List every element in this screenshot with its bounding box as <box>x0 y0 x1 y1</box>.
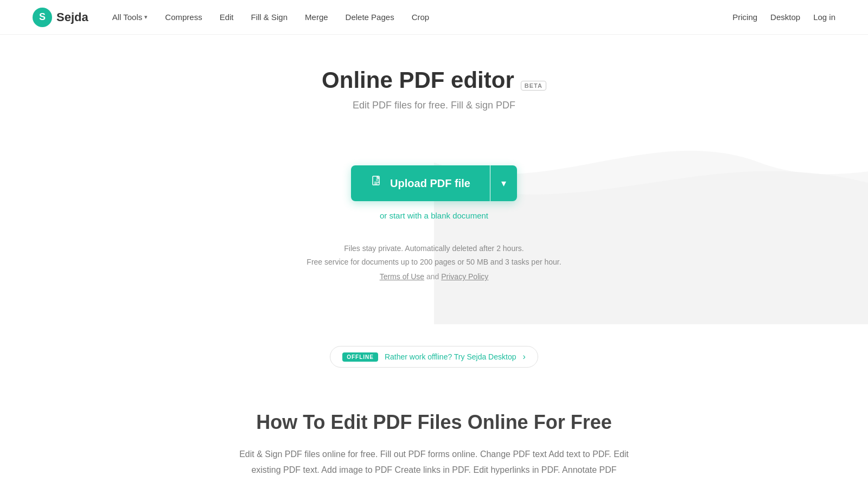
hero-section: Online PDF editor BETA Edit PDF files fo… <box>0 35 868 111</box>
nav-merge[interactable]: Merge <box>298 9 335 25</box>
header: S Sejda All Tools ▾ Compress Edit Fill &… <box>0 0 868 35</box>
wave-content: Upload PDF file ▾ or start with a blank … <box>11 165 857 281</box>
nav-login[interactable]: Log in <box>813 12 835 22</box>
chevron-down-icon: ▾ <box>144 14 148 21</box>
nav-compress[interactable]: Compress <box>158 9 208 25</box>
blank-document-link[interactable]: or start with a blank document <box>11 211 857 220</box>
hero-subtitle: Edit PDF files for free. Fill & sign PDF <box>11 100 857 111</box>
main-nav: All Tools ▾ Compress Edit Fill & Sign Me… <box>106 9 436 25</box>
nav-edit[interactable]: Edit <box>213 9 240 25</box>
hero-title-wrap: Online PDF editor BETA <box>322 67 546 93</box>
info-text: Files stay private. Automatically delete… <box>11 242 857 269</box>
nav-pricing[interactable]: Pricing <box>732 12 757 22</box>
chevron-down-icon: ▾ <box>501 177 506 189</box>
nav-all-tools[interactable]: All Tools ▾ <box>106 9 155 25</box>
offline-section: OFFLINE Rather work offline? Try Sejda D… <box>0 324 868 378</box>
upload-section: Upload PDF file ▾ or start with a blank … <box>0 122 868 324</box>
nav-desktop[interactable]: Desktop <box>770 12 800 22</box>
nav-right: Pricing Desktop Log in <box>732 12 835 22</box>
chevron-right-icon: › <box>522 352 525 362</box>
beta-badge: BETA <box>521 81 546 91</box>
offline-text: Rather work offline? Try Sejda Desktop <box>385 352 516 361</box>
upload-dropdown-button[interactable]: ▾ <box>490 165 517 201</box>
howto-title: How To Edit PDF Files Online For Free <box>108 411 760 434</box>
service-info: Free service for documents up to 200 pag… <box>11 255 857 269</box>
policy-links: Terms of Use and Privacy Policy <box>11 272 857 281</box>
logo-name: Sejda <box>56 10 88 24</box>
offline-banner-link[interactable]: OFFLINE Rather work offline? Try Sejda D… <box>330 346 538 368</box>
privacy-info: Files stay private. Automatically delete… <box>11 242 857 255</box>
hero-title: Online PDF editor <box>322 67 514 93</box>
logo[interactable]: S Sejda <box>33 8 88 27</box>
nav-left: S Sejda All Tools ▾ Compress Edit Fill &… <box>33 8 436 27</box>
terms-link[interactable]: Terms of Use <box>380 272 424 281</box>
upload-button-group: Upload PDF file ▾ <box>351 165 517 201</box>
pdf-file-icon <box>371 175 384 191</box>
nav-crop[interactable]: Crop <box>405 9 436 25</box>
nav-fill-sign[interactable]: Fill & Sign <box>245 9 295 25</box>
howto-description: Edit & Sign PDF files online for free. F… <box>228 447 640 478</box>
privacy-link[interactable]: Privacy Policy <box>441 272 488 281</box>
logo-icon: S <box>33 8 52 27</box>
upload-pdf-button[interactable]: Upload PDF file <box>351 165 490 201</box>
nav-delete-pages[interactable]: Delete Pages <box>339 9 401 25</box>
offline-tag: OFFLINE <box>342 352 378 362</box>
howto-section: How To Edit PDF Files Online For Free Ed… <box>0 378 868 488</box>
